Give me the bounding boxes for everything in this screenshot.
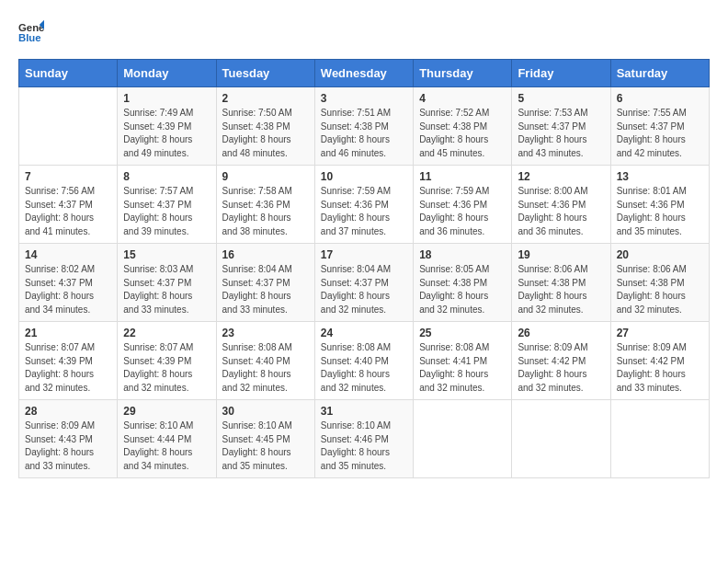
calendar-cell: 27Sunrise: 8:09 AM Sunset: 4:42 PM Dayli… [610,322,709,400]
day-info: Sunrise: 7:57 AM Sunset: 4:37 PM Dayligh… [123,185,210,238]
day-info: Sunrise: 8:04 AM Sunset: 4:37 PM Dayligh… [321,263,407,316]
logo: General Blue [18,18,48,44]
calendar-cell: 3Sunrise: 7:51 AM Sunset: 4:38 PM Daylig… [314,87,413,166]
calendar-cell: 22Sunrise: 8:07 AM Sunset: 4:39 PM Dayli… [118,322,216,400]
day-info: Sunrise: 7:49 AM Sunset: 4:39 PM Dayligh… [123,107,210,160]
calendar-cell: 10Sunrise: 7:59 AM Sunset: 4:36 PM Dayli… [314,166,413,244]
calendar-cell: 13Sunrise: 8:01 AM Sunset: 4:36 PM Dayli… [610,166,709,244]
day-number: 1 [123,92,210,105]
calendar-cell: 21Sunrise: 8:07 AM Sunset: 4:39 PM Dayli… [19,322,118,400]
day-info: Sunrise: 8:10 AM Sunset: 4:45 PM Dayligh… [222,419,309,473]
day-header-tuesday: Tuesday [216,60,314,87]
calendar-cell: 29Sunrise: 8:10 AM Sunset: 4:44 PM Dayli… [118,400,216,478]
day-number: 26 [518,327,604,339]
day-number: 12 [518,170,604,183]
day-number: 21 [25,327,111,339]
calendar-cell: 23Sunrise: 8:08 AM Sunset: 4:40 PM Dayli… [216,322,314,400]
day-number: 14 [25,248,111,261]
day-info: Sunrise: 8:09 AM Sunset: 4:43 PM Dayligh… [25,419,111,473]
day-info: Sunrise: 7:58 AM Sunset: 4:36 PM Dayligh… [222,185,309,238]
day-number: 7 [25,170,111,183]
calendar-cell: 4Sunrise: 7:52 AM Sunset: 4:38 PM Daylig… [414,87,512,166]
day-info: Sunrise: 8:07 AM Sunset: 4:39 PM Dayligh… [123,341,210,395]
day-info: Sunrise: 7:56 AM Sunset: 4:37 PM Dayligh… [25,185,111,238]
calendar-cell: 17Sunrise: 8:04 AM Sunset: 4:37 PM Dayli… [314,244,413,322]
day-number: 3 [321,92,407,105]
calendar-cell: 30Sunrise: 8:10 AM Sunset: 4:45 PM Dayli… [216,400,314,478]
calendar-cell: 1Sunrise: 7:49 AM Sunset: 4:39 PM Daylig… [118,87,216,166]
day-info: Sunrise: 8:08 AM Sunset: 4:40 PM Dayligh… [222,341,309,395]
day-info: Sunrise: 7:55 AM Sunset: 4:37 PM Dayligh… [617,107,703,160]
day-info: Sunrise: 7:53 AM Sunset: 4:37 PM Dayligh… [518,107,604,160]
calendar-cell: 28Sunrise: 8:09 AM Sunset: 4:43 PM Dayli… [19,400,118,478]
day-number: 11 [419,170,506,183]
calendar-cell: 12Sunrise: 8:00 AM Sunset: 4:36 PM Dayli… [512,166,610,244]
day-number: 6 [617,92,703,105]
day-number: 10 [321,170,407,183]
day-info: Sunrise: 8:10 AM Sunset: 4:46 PM Dayligh… [321,419,407,473]
day-info: Sunrise: 7:52 AM Sunset: 4:38 PM Dayligh… [419,107,506,160]
day-info: Sunrise: 8:06 AM Sunset: 4:38 PM Dayligh… [617,263,703,316]
day-info: Sunrise: 8:06 AM Sunset: 4:38 PM Dayligh… [518,263,604,316]
calendar-cell: 14Sunrise: 8:02 AM Sunset: 4:37 PM Dayli… [19,244,118,322]
day-header-monday: Monday [118,60,216,87]
calendar-cell [414,400,512,478]
day-number: 5 [518,92,604,105]
day-info: Sunrise: 7:51 AM Sunset: 4:38 PM Dayligh… [321,107,407,160]
svg-text:Blue: Blue [18,32,41,43]
day-info: Sunrise: 8:02 AM Sunset: 4:37 PM Dayligh… [25,263,111,316]
calendar-cell: 11Sunrise: 7:59 AM Sunset: 4:36 PM Dayli… [414,166,512,244]
day-info: Sunrise: 7:59 AM Sunset: 4:36 PM Dayligh… [321,185,407,238]
calendar-cell [19,87,118,166]
calendar-cell: 7Sunrise: 7:56 AM Sunset: 4:37 PM Daylig… [19,166,118,244]
day-number: 15 [123,248,210,261]
day-number: 17 [321,248,407,261]
calendar-cell: 8Sunrise: 7:57 AM Sunset: 4:37 PM Daylig… [118,166,216,244]
day-header-sunday: Sunday [19,60,118,87]
calendar-cell: 2Sunrise: 7:50 AM Sunset: 4:38 PM Daylig… [216,87,314,166]
calendar-cell: 15Sunrise: 8:03 AM Sunset: 4:37 PM Dayli… [118,244,216,322]
logo-icon: General Blue [18,18,44,44]
calendar-cell: 31Sunrise: 8:10 AM Sunset: 4:46 PM Dayli… [314,400,413,478]
day-info: Sunrise: 8:07 AM Sunset: 4:39 PM Dayligh… [25,341,111,395]
day-header-wednesday: Wednesday [314,60,413,87]
calendar-cell: 24Sunrise: 8:08 AM Sunset: 4:40 PM Dayli… [314,322,413,400]
day-number: 9 [222,170,309,183]
day-info: Sunrise: 8:05 AM Sunset: 4:38 PM Dayligh… [419,263,506,316]
day-number: 24 [321,327,407,339]
day-number: 4 [419,92,506,105]
day-info: Sunrise: 7:50 AM Sunset: 4:38 PM Dayligh… [222,107,309,160]
day-number: 31 [321,405,407,418]
day-header-thursday: Thursday [414,60,512,87]
day-info: Sunrise: 8:08 AM Sunset: 4:41 PM Dayligh… [419,341,506,395]
calendar-table: SundayMondayTuesdayWednesdayThursdayFrid… [18,59,710,478]
page-header: General Blue [18,18,710,44]
calendar-cell: 5Sunrise: 7:53 AM Sunset: 4:37 PM Daylig… [512,87,610,166]
day-number: 2 [222,92,309,105]
day-number: 8 [123,170,210,183]
day-info: Sunrise: 8:08 AM Sunset: 4:40 PM Dayligh… [321,341,407,395]
calendar-cell [512,400,610,478]
calendar-cell: 6Sunrise: 7:55 AM Sunset: 4:37 PM Daylig… [610,87,709,166]
calendar-cell: 26Sunrise: 8:09 AM Sunset: 4:42 PM Dayli… [512,322,610,400]
day-number: 18 [419,248,506,261]
calendar-cell: 25Sunrise: 8:08 AM Sunset: 4:41 PM Dayli… [414,322,512,400]
day-header-friday: Friday [512,60,610,87]
day-number: 13 [617,170,703,183]
calendar-cell [610,400,709,478]
day-info: Sunrise: 8:03 AM Sunset: 4:37 PM Dayligh… [123,263,210,316]
day-number: 19 [518,248,604,261]
day-info: Sunrise: 8:00 AM Sunset: 4:36 PM Dayligh… [518,185,604,238]
day-number: 30 [222,405,309,418]
calendar-cell: 20Sunrise: 8:06 AM Sunset: 4:38 PM Dayli… [610,244,709,322]
day-number: 23 [222,327,309,339]
calendar-cell: 16Sunrise: 8:04 AM Sunset: 4:37 PM Dayli… [216,244,314,322]
calendar-cell: 18Sunrise: 8:05 AM Sunset: 4:38 PM Dayli… [414,244,512,322]
calendar-cell: 9Sunrise: 7:58 AM Sunset: 4:36 PM Daylig… [216,166,314,244]
day-number: 20 [617,248,703,261]
day-header-saturday: Saturday [610,60,709,87]
day-number: 16 [222,248,309,261]
day-info: Sunrise: 8:01 AM Sunset: 4:36 PM Dayligh… [617,185,703,238]
day-number: 28 [25,405,111,418]
day-info: Sunrise: 8:09 AM Sunset: 4:42 PM Dayligh… [518,341,604,395]
